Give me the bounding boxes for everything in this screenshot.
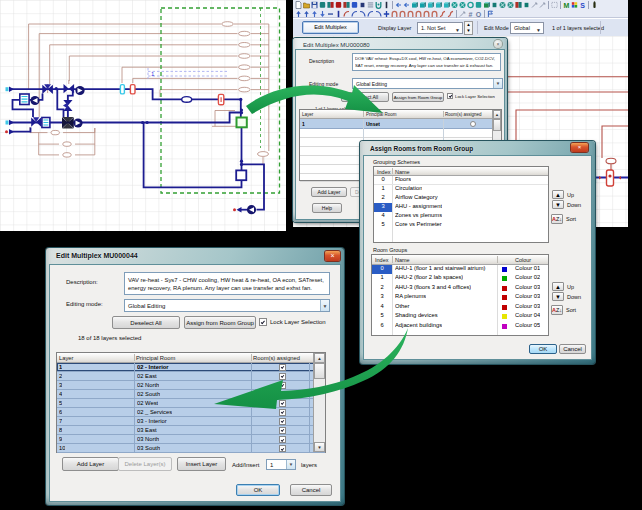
curve-blue2-icon[interactable]	[359, 10, 366, 18]
assign-titlebar[interactable]: Assign Rooms from Room Group ×	[360, 141, 595, 156]
mu44-delete-layer-button[interactable]: Delete Layer(s)	[118, 457, 172, 471]
assign-cancel-button[interactable]: Cancel	[559, 344, 586, 354]
arrow-right-icon[interactable]	[403, 1, 410, 9]
edit-multiplex-button[interactable]: Edit Multiplex	[302, 21, 359, 34]
dashed-box-icon[interactable]	[551, 1, 558, 9]
scroll-up-button[interactable]: ▲	[493, 110, 501, 119]
layer-spinner[interactable]: ▲▼	[464, 21, 473, 35]
teal-disc-icon[interactable]	[475, 1, 482, 9]
mu80-row-unset[interactable]: 1 Unset	[300, 119, 501, 129]
palette-icon[interactable]	[571, 1, 578, 9]
mu44-assigned-checkbox[interactable]	[279, 382, 286, 389]
teal-pair-icon[interactable]	[523, 1, 530, 9]
arrow-up2-icon[interactable]	[303, 10, 310, 18]
hash-icon[interactable]: #	[467, 10, 474, 18]
mu44-layer-row[interactable]: 402 South	[57, 390, 325, 399]
arc-red2-icon[interactable]	[399, 10, 406, 18]
arrow-left-icon[interactable]	[395, 1, 402, 9]
scheme-row[interactable]: 1 Circulation	[374, 185, 548, 194]
groups-down-button[interactable]: ▼	[552, 292, 564, 301]
mu80-description-box[interactable]: DOE VAV reheat: Evap+DX cool, HW re-heat…	[352, 53, 501, 71]
mu44-layer-row[interactable]: 1003 South	[57, 444, 325, 453]
schemes-down-button[interactable]: ▼	[552, 200, 564, 209]
mu44-assigned-checkbox[interactable]	[279, 427, 286, 434]
mu44-deselect-all-button[interactable]: Deselect All	[112, 316, 180, 329]
mu44-description-box[interactable]: VAV re-heat - Sys7 - CHW cooling, HW hea…	[124, 272, 330, 295]
schemes-sort-button[interactable]: AZ↓	[551, 214, 563, 224]
room-groups-table[interactable]: Index Name Colour 0 AHU-1 (floor 1 and s…	[371, 254, 549, 336]
mu80-assigned-radio[interactable]	[470, 121, 476, 127]
scroll-down-button[interactable]: ▼	[314, 442, 325, 452]
green-box-icon[interactable]	[483, 1, 490, 9]
empty-row[interactable]	[300, 129, 501, 138]
group-row[interactable]: 4 Other Colour 03	[372, 303, 548, 313]
open-icon[interactable]	[303, 1, 310, 9]
group-row[interactable]: 6 Adjacent buildings Colour 05	[372, 322, 548, 332]
blue-box-icon[interactable]	[351, 1, 358, 9]
red-solid-icon[interactable]	[335, 1, 342, 9]
assign-close-button[interactable]: ×	[571, 143, 588, 152]
arrow-up1-icon[interactable]	[295, 10, 302, 18]
teal-x2-icon[interactable]	[507, 1, 514, 9]
teal-fan1-icon[interactable]	[451, 1, 458, 9]
mu44-table-scrollbar[interactable]: ▲ ▼	[313, 353, 325, 452]
mu44-lock-layer-checkbox[interactable]	[259, 318, 267, 326]
group-row[interactable]: 0 AHU-1 (floor 1 and stairwell atrium) C…	[372, 265, 548, 275]
mu44-assigned-checkbox[interactable]	[279, 418, 286, 425]
spinner-down-icon[interactable]: ▼	[465, 28, 472, 34]
o-icon[interactable]: O	[475, 10, 482, 18]
arc-red4-icon[interactable]	[415, 10, 422, 18]
mu80-assign-from-room-group-button[interactable]: Assign from Room Group	[392, 92, 444, 102]
mu44-assigned-checkbox[interactable]	[279, 391, 286, 398]
mu44-titlebar[interactable]: Edit Multiplex MU000044 ×	[46, 248, 344, 263]
scheme-row[interactable]: 2 Airflow Category	[374, 194, 548, 203]
cyan-cube1-icon[interactable]	[427, 1, 434, 9]
teal-x1-icon[interactable]	[499, 1, 506, 9]
teal-red-icon[interactable]	[327, 1, 334, 9]
mu44-assigned-checkbox[interactable]	[279, 445, 286, 452]
group-row[interactable]: 5 Shading devices Colour 04	[372, 312, 548, 322]
schemes-up-button[interactable]: ▲	[552, 190, 564, 199]
red-teal-icon[interactable]	[343, 1, 350, 9]
scurve1-icon[interactable]	[439, 10, 446, 18]
curve-blue4-icon[interactable]	[375, 10, 382, 18]
display-layer-combo[interactable]: 1. Not Set▼	[417, 22, 463, 34]
minus-icon[interactable]	[327, 10, 334, 18]
mu44-layer-row[interactable]: 903 North	[57, 435, 325, 444]
mu44-layer-row[interactable]: 803 East	[57, 426, 325, 435]
scheme-row[interactable]: 4 Zones vs plenums	[374, 212, 548, 221]
bottle-icon[interactable]	[591, 1, 598, 9]
mu80-add-layer-button[interactable]: Add Layer	[311, 187, 347, 197]
gray-tool-icon[interactable]	[459, 10, 466, 18]
arc-red1-icon[interactable]	[391, 10, 398, 18]
curve-blue1-icon[interactable]	[351, 10, 358, 18]
mu44-layer-row[interactable]: 302 North	[57, 381, 325, 390]
scurve2-icon[interactable]	[447, 10, 454, 18]
scroll-thumb[interactable]	[314, 363, 325, 379]
red-pipe-icon[interactable]	[515, 1, 522, 9]
gray-link2-icon[interactable]	[539, 1, 546, 9]
mu44-add-layer-button[interactable]: Add Layer	[62, 457, 119, 471]
bar-icon[interactable]	[335, 10, 342, 18]
mu44-assign-from-room-group-button[interactable]: Assign from Room Group	[184, 316, 256, 329]
teal-u-icon[interactable]	[375, 1, 382, 9]
group-row[interactable]: 2 AHU-3 (floors 3 and 4 offices) Colour …	[372, 284, 548, 294]
mu44-cancel-button[interactable]: Cancel	[290, 484, 332, 496]
mu44-layers-table[interactable]: Layer Principal Room Room(s) assigned 10…	[56, 352, 326, 453]
dark-i-icon[interactable]	[383, 1, 390, 9]
groups-sort-button[interactable]: AZ↓	[551, 305, 563, 315]
teal-box1-icon[interactable]	[411, 1, 418, 9]
navy-small-icon[interactable]	[359, 1, 366, 9]
mu44-layer-row[interactable]: 502 West	[57, 399, 325, 408]
scroll-thumb[interactable]	[493, 119, 501, 131]
mu44-layer-row[interactable]: 102 - Interior	[57, 363, 325, 372]
mu44-layer-row[interactable]: 602 _ Services	[57, 408, 325, 417]
mu80-deselect-all-button[interactable]: Deselect All	[341, 92, 389, 102]
flag-icon[interactable]	[487, 10, 494, 18]
blue-s-icon[interactable]: S	[579, 1, 586, 9]
mu44-ok-button[interactable]: OK	[236, 484, 280, 496]
hvac-schematic-canvas[interactable]: 1	[0, 0, 286, 232]
teal-ring-icon[interactable]	[467, 1, 474, 9]
mu80-lock-layer-checkbox[interactable]	[447, 93, 453, 99]
arc-red5-icon[interactable]	[423, 10, 430, 18]
